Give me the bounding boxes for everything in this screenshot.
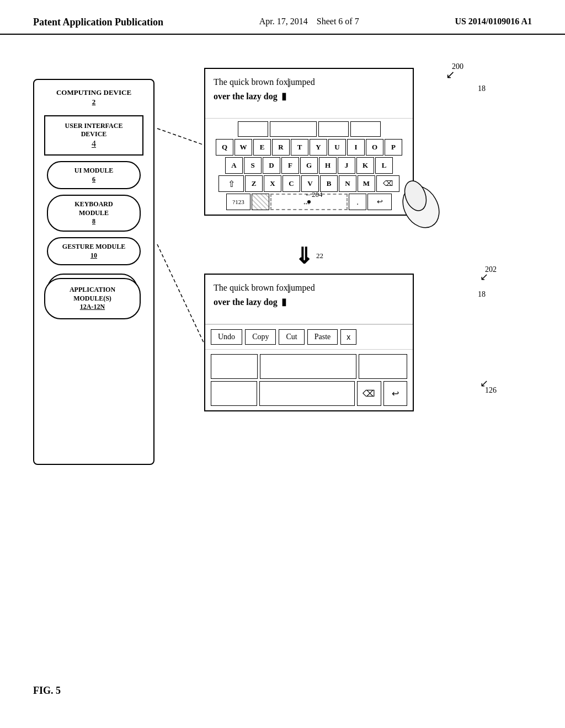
bottom-key-1[interactable]	[211, 354, 258, 379]
key-L[interactable]: L	[375, 157, 393, 174]
phone-top-text2: jumped	[289, 77, 315, 87]
key-P[interactable]: P	[385, 139, 402, 156]
ref-22: 22	[316, 251, 323, 269]
key-F[interactable]: F	[281, 157, 299, 174]
key-E[interactable]: E	[253, 139, 271, 156]
key-I[interactable]: I	[347, 139, 365, 156]
undo-button[interactable]: Undo	[211, 329, 242, 345]
bottom-keyboard: ⌫ ↩	[205, 350, 413, 410]
key-K[interactable]: K	[356, 157, 374, 174]
key-X[interactable]: X	[264, 175, 281, 192]
key-row-1: Q W E R T Y U I O P	[208, 139, 410, 156]
header-publication-label: Patent Application Publication	[33, 17, 163, 28]
key-G[interactable]: G	[300, 157, 318, 174]
figure-label: FIG. 5	[33, 685, 61, 697]
key-Q[interactable]: Q	[216, 139, 233, 156]
phone-bottom-container: 202 ↙ The quick brown foxjumped over the…	[204, 274, 469, 411]
key-Z[interactable]: Z	[245, 175, 263, 192]
key-C[interactable]: C	[282, 175, 300, 192]
bottom-key-5-wide[interactable]	[259, 381, 355, 406]
svg-line-1	[157, 244, 204, 344]
func-key-1[interactable]	[238, 121, 268, 137]
ref-18-1: 18	[478, 84, 486, 93]
close-toolbar-button[interactable]: x	[340, 329, 356, 345]
key-W[interactable]: W	[234, 139, 252, 156]
key-T[interactable]: T	[291, 139, 308, 156]
key-enter[interactable]: ↩	[367, 194, 392, 210]
key-shift[interactable]: ⇧	[218, 175, 244, 192]
bottom-key-2-wide[interactable]	[260, 354, 356, 379]
app-module-oval-front: APPLICATIONMODULE(S)12A-12N	[44, 278, 141, 319]
arrow-202: ↙	[480, 271, 488, 283]
key-O[interactable]: O	[366, 139, 383, 156]
func-key-4[interactable]	[350, 121, 381, 137]
key-H[interactable]: H	[319, 157, 337, 174]
key-U[interactable]: U	[328, 139, 346, 156]
arrow-200: ↙	[446, 68, 455, 81]
keyboard-top: Q W E R T Y U I O P A S D F G	[205, 119, 413, 215]
key-123[interactable]: ?123	[226, 194, 250, 210]
ui-module-oval: UI MODULE 6	[47, 161, 141, 189]
key-R[interactable]: R	[272, 139, 290, 156]
phone-top-text-area: The quick brown foxjumped over the lazy …	[205, 69, 413, 119]
func-key-3[interactable]	[318, 121, 349, 137]
arrow-126: ↙	[480, 377, 488, 389]
user-interface-device-box: USER INTERFACEDEVICE 4	[44, 115, 143, 156]
key-V[interactable]: V	[301, 175, 319, 192]
computing-device-label: COMPUTING DEVICE 2	[56, 88, 131, 107]
bottom-key-rows: ⌫ ↩	[211, 354, 407, 406]
page-header: Patent Application Publication Apr. 17, …	[0, 0, 565, 35]
main-content: COMPUTING DEVICE 2 USER INTERFACEDEVICE …	[0, 35, 565, 719]
key-row-3: ⇧ Z X C V B N M ⌫	[208, 175, 410, 192]
key-N[interactable]: N	[339, 175, 356, 192]
bottom-key-row-1	[211, 354, 407, 379]
func-key-2[interactable]	[270, 121, 317, 137]
key-Y[interactable]: Y	[310, 139, 327, 156]
phone-bottom-text-area: The quick brown foxjumped over the lazy …	[205, 275, 413, 324]
svg-line-0	[157, 129, 204, 145]
end-cursor-top: ▮	[281, 89, 287, 104]
gesture-module-oval: GESTURE MODULE 10	[47, 237, 141, 265]
keyboard-module-oval: KEYBOARDMODULE 8	[47, 195, 141, 232]
phone-top-text3: over the lazy dog	[214, 92, 278, 101]
key-B[interactable]: B	[320, 175, 338, 192]
uid-label: USER INTERFACEDEVICE	[50, 122, 138, 139]
key-row-2: A S D F G H J K L	[208, 157, 410, 174]
key-globe[interactable]	[252, 194, 269, 210]
application-modules-stack: APPLICATIONMODULE(S)12A-12N	[44, 274, 143, 323]
ref-204: ←204	[305, 190, 323, 199]
computing-device-box: COMPUTING DEVICE 2 USER INTERFACEDEVICE …	[33, 79, 154, 465]
key-A[interactable]: A	[225, 157, 243, 174]
arrow-down-section: ⇓ 22	[204, 243, 414, 269]
func-key-row	[208, 121, 410, 137]
ref-18-2: 18	[478, 290, 486, 299]
key-D[interactable]: D	[263, 157, 280, 174]
key-backspace-bottom[interactable]: ⌫	[357, 381, 381, 406]
phone-top-diagram: The quick brown foxjumped over the lazy …	[204, 68, 414, 216]
bottom-key-3[interactable]	[359, 354, 407, 379]
end-cursor-bottom: ▮	[281, 295, 287, 309]
phone-bottom-text1: The quick brown fox	[214, 283, 288, 292]
edit-toolbar: Undo Copy Cut Paste x	[205, 324, 413, 350]
finger-illustration	[391, 179, 446, 231]
right-section: 200 ↙ The quick brown foxjumped over the…	[204, 68, 469, 411]
key-period[interactable]: .	[349, 194, 366, 210]
key-S[interactable]: S	[244, 157, 262, 174]
cursor-dots: •••	[303, 200, 310, 207]
phone-top-text1: The quick brown fox	[214, 77, 288, 87]
key-J[interactable]: J	[338, 157, 355, 174]
bottom-key-row-2: ⌫ ↩	[211, 381, 407, 406]
cut-button[interactable]: Cut	[279, 329, 304, 345]
arrow-down-icon: ⇓	[295, 243, 313, 269]
phone-bottom-diagram: The quick brown foxjumped over the lazy …	[204, 274, 414, 411]
copy-button[interactable]: Copy	[245, 329, 276, 345]
header-date-sheet: Apr. 17, 2014 Sheet 6 of 7	[259, 17, 359, 26]
header-patent-number: US 2014/0109016 A1	[455, 17, 532, 26]
key-enter-bottom[interactable]: ↩	[383, 381, 408, 406]
key-M[interactable]: M	[358, 175, 375, 192]
phone-bottom-text2: jumped	[289, 283, 315, 292]
bottom-key-4[interactable]	[211, 381, 257, 406]
phone-bottom-text3: over the lazy dog	[214, 297, 278, 307]
paste-button[interactable]: Paste	[307, 329, 338, 345]
